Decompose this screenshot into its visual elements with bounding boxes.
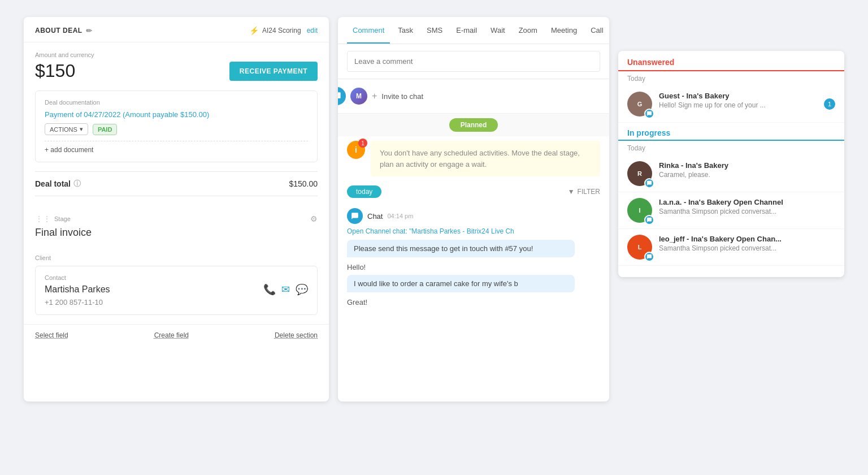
ai-scoring-label: AI24 Scoring xyxy=(262,27,301,34)
unanswered-today-label: Today xyxy=(618,71,844,86)
tab-task[interactable]: Task xyxy=(392,17,419,44)
leojeff-chat-preview: Samantha Simpson picked conversat... xyxy=(659,244,835,252)
chat-item-leojeff[interactable]: L leo_jeff - Ina's Bakery Open Chan... S… xyxy=(618,229,844,266)
amount-value: $150 xyxy=(35,61,75,81)
iana-chat-content: I.a.n.a. - Ina's Bakery Open Channel Sam… xyxy=(659,198,835,215)
in-progress-header: In progress xyxy=(618,123,844,141)
chat-item-rinka[interactable]: R Rinka - Ina's Bakery Caramel, please. xyxy=(618,156,844,192)
ai-scoring-button[interactable]: ⚡ AI24 Scoring xyxy=(249,26,301,35)
about-deal-title-row: ABOUT DEAL ✏ xyxy=(35,27,92,35)
chat-header-row: Chat 04:14 pm xyxy=(347,208,600,224)
today-badge: today xyxy=(347,185,381,198)
tab-zoom[interactable]: Zoom xyxy=(513,17,543,44)
deal-doc-section: Deal documentation Payment of 04/27/2022… xyxy=(35,90,318,162)
about-deal-header: ABOUT DEAL ✏ ⚡ AI24 Scoring edit xyxy=(24,17,329,42)
in-progress-title: In progress xyxy=(627,128,835,137)
rinka-chat-name: Rinka - Ina's Bakery xyxy=(659,161,835,170)
add-document-link[interactable]: + add document xyxy=(45,141,308,154)
phone-icon[interactable]: 📞 xyxy=(263,283,276,296)
iana-avatar: I xyxy=(627,198,652,223)
iana-chat-preview: Samantha Simpson picked conversat... xyxy=(659,208,835,215)
rinka-chat-preview: Caramel, please. xyxy=(659,171,835,179)
delete-section-link[interactable]: Delete section xyxy=(275,331,318,339)
guest-chat-name: Guest - Ina's Bakery xyxy=(659,92,817,100)
chat-great: Great! xyxy=(347,296,600,309)
gear-icon[interactable]: ⚙ xyxy=(310,214,318,223)
deal-total-label: Deal total ⓘ xyxy=(35,179,81,189)
open-channel-link[interactable]: Open Channel chat: "Martisha Parkes - Bi… xyxy=(347,227,600,235)
client-label: Client xyxy=(35,254,318,261)
tab-wait[interactable]: Wait xyxy=(485,17,511,44)
in-progress-today-label: Today xyxy=(618,141,844,156)
ai-icon: ⚡ xyxy=(249,26,259,35)
stage-header: ⋮⋮ Stage ⚙ xyxy=(35,214,318,223)
no-activities-box: You don't have any scheduled activities.… xyxy=(371,141,600,176)
guest-avatar: G xyxy=(627,92,652,116)
stage-section: ⋮⋮ Stage ⚙ Final invoice xyxy=(24,214,329,254)
deal-doc-label: Deal documentation xyxy=(45,99,308,106)
contact-icons: 📞 ✉ 💬 xyxy=(263,283,308,296)
unanswered-title: Unanswered xyxy=(627,58,835,67)
chat-block: Chat 04:14 pm Open Channel chat: "Martis… xyxy=(338,202,609,314)
tab-call[interactable]: Call xyxy=(585,17,609,44)
chat-bubble-1: Please send this message to get in touch… xyxy=(347,240,575,257)
chat-time: 04:14 pm xyxy=(387,213,413,219)
chat-hello: Hello! xyxy=(347,261,600,275)
contact-name: Martisha Parkes xyxy=(45,284,110,295)
about-deal-label: ABOUT DEAL xyxy=(35,27,83,34)
about-deal-body: Amount and currency $150 RECEIVE PAYMENT… xyxy=(24,42,329,214)
crm-badge-icon-iana xyxy=(644,215,654,225)
plus-icon: + xyxy=(372,91,377,101)
planned-badge-row: Planned xyxy=(338,114,609,136)
chat-icon[interactable]: 💬 xyxy=(296,283,308,296)
doc-actions-row: ACTIONS ▾ PAID xyxy=(45,123,308,135)
contact-phone: +1 200 857-11-10 xyxy=(45,298,308,306)
contact-card: Contact Martisha Parkes 📞 ✉ 💬 +1 200 857… xyxy=(35,266,318,315)
tab-sms[interactable]: SMS xyxy=(421,17,448,44)
left-panel: ABOUT DEAL ✏ ⚡ AI24 Scoring edit Amount … xyxy=(24,17,329,401)
amount-row: $150 RECEIVE PAYMENT xyxy=(35,61,318,81)
receive-payment-button[interactable]: RECEIVE PAYMENT xyxy=(229,62,318,81)
crm-badge-icon xyxy=(644,109,654,119)
chat-item-iana[interactable]: I I.a.n.a. - Ina's Bakery Open Channel S… xyxy=(618,192,844,229)
tab-meeting[interactable]: Meeting xyxy=(545,17,583,44)
drag-handle-icon: ⋮⋮ xyxy=(35,214,51,223)
create-field-link[interactable]: Create field xyxy=(154,331,189,339)
leojeff-chat-content: leo_jeff - Ina's Bakery Open Chan... Sam… xyxy=(659,235,835,252)
tabs-header: Comment Task SMS E-mail Wait Zoom Meetin… xyxy=(338,17,609,44)
edit-pencil-icon[interactable]: ✏ xyxy=(86,27,93,35)
rinka-avatar: R xyxy=(627,161,652,186)
tab-email[interactable]: E-mail xyxy=(450,17,483,44)
invite-to-chat-row: M + Invite to chat xyxy=(338,79,609,114)
contact-row: Martisha Parkes 📞 ✉ 💬 xyxy=(45,283,308,296)
unanswered-header: Unanswered xyxy=(618,51,844,71)
comment-input-area xyxy=(338,44,609,79)
email-icon[interactable]: ✉ xyxy=(281,283,290,296)
leojeff-avatar: L xyxy=(627,235,652,260)
chat-item-guest[interactable]: G Guest - Ina's Bakery Hello! Sign me up… xyxy=(618,86,844,123)
bottom-actions: Select field Create field Delete section xyxy=(24,324,329,346)
select-field-link[interactable]: Select field xyxy=(35,331,68,339)
filter-button[interactable]: ▼ FILTER xyxy=(568,188,600,196)
right-panel: Unanswered Today G Guest - Ina's Bakery … xyxy=(618,51,844,277)
middle-panel: Comment Task SMS E-mail Wait Zoom Meetin… xyxy=(338,17,609,401)
crm-badge-icon-leojeff xyxy=(644,252,654,262)
info-timeline-icon: i 1 xyxy=(347,141,365,159)
today-row: today ▼ FILTER xyxy=(338,181,609,202)
actions-chevron-icon: ▾ xyxy=(80,126,83,133)
client-section: Client Contact Martisha Parkes 📞 ✉ 💬 +1 … xyxy=(24,254,329,324)
payment-link[interactable]: Payment of 04/27/2022 (Amount payable $1… xyxy=(45,110,308,119)
leojeff-chat-name: leo_jeff - Ina's Bakery Open Chan... xyxy=(659,235,835,243)
comment-input[interactable] xyxy=(347,51,600,72)
edit-link[interactable]: edit xyxy=(307,27,318,34)
stage-value: Final invoice xyxy=(35,227,318,239)
chat-bubble-2: I would like to order a caramel cake for… xyxy=(347,275,575,292)
guest-chat-preview: Hello! Sign me up for one of your ... xyxy=(659,101,817,109)
user-avatar: M xyxy=(350,88,367,105)
tab-comment[interactable]: Comment xyxy=(347,17,390,44)
info-badge: 1 xyxy=(358,139,367,148)
invite-to-chat-text[interactable]: Invite to chat xyxy=(381,92,423,101)
actions-label: ACTIONS xyxy=(50,126,77,133)
deal-total-info-icon: ⓘ xyxy=(73,179,81,189)
actions-button[interactable]: ACTIONS ▾ xyxy=(45,123,88,135)
